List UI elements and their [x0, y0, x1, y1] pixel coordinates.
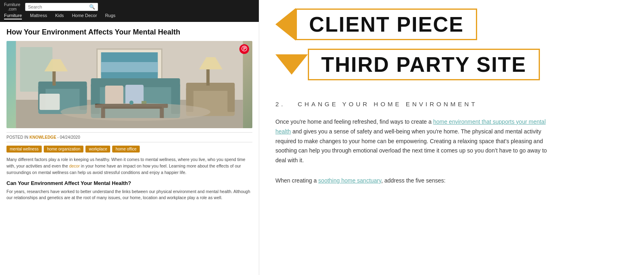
- third-party-label-container: THIRD PARTY SITE: [275, 49, 628, 80]
- soothing-sanctuary-link[interactable]: soothing home sanctuary: [318, 177, 381, 184]
- brand-sub: .com: [4, 7, 20, 11]
- tag-mental-wellness[interactable]: mental wellness: [6, 146, 42, 153]
- client-piece-arrow: [275, 8, 296, 41]
- client-piece-box: CLIENT PIECE: [296, 9, 477, 40]
- article-date: 04/24/2020: [60, 135, 80, 140]
- article-title: How Your Environment Affects Your Mental…: [6, 28, 252, 37]
- nav-rugs[interactable]: Rugs: [105, 13, 115, 19]
- section-heading: 2. CHANGE YOUR HOME ENVIRONMENT: [275, 101, 628, 107]
- tag-workplace[interactable]: workplace: [85, 146, 110, 153]
- decor-link[interactable]: decor: [69, 163, 80, 168]
- search-bar[interactable]: 🔍: [25, 3, 98, 11]
- svg-rect-6: [101, 62, 158, 72]
- svg-point-31: [61, 103, 211, 121]
- search-button[interactable]: 🔍: [89, 4, 95, 10]
- left-panel: Furniture .com 🔍 Furniture Mattress Kids…: [0, 0, 259, 275]
- section-body-1: Once you're home and feeling refreshed, …: [275, 117, 559, 165]
- category-link[interactable]: KNOWLEDGE: [30, 135, 56, 140]
- section-body-2: When creating a soothing home sanctuary,…: [275, 176, 559, 186]
- nav-mattress[interactable]: Mattress: [30, 13, 47, 19]
- right-panel: CLIENT PIECE THIRD PARTY SITE 2. CHANGE …: [259, 0, 644, 275]
- nav-furniture[interactable]: Furniture: [4, 13, 22, 19]
- body2-pre: When creating a: [275, 177, 318, 184]
- nav-home-decor[interactable]: Home Decor: [72, 13, 97, 19]
- nav-kids[interactable]: Kids: [55, 13, 64, 19]
- svg-rect-22: [228, 88, 235, 112]
- svg-rect-12: [40, 94, 60, 110]
- navbar: Furniture .com 🔍 Furniture Mattress Kids…: [0, 0, 259, 22]
- article-subheading: Can Your Environment Affect Your Mental …: [6, 180, 252, 186]
- body1-pre: Once you're home and feeling refreshed, …: [275, 118, 433, 125]
- brand-logo: Furniture .com: [4, 2, 20, 11]
- article-content: How Your Environment Affects Your Mental…: [0, 22, 259, 207]
- article-image-wrap: Ⓟ: [6, 41, 252, 128]
- article-body-1: Many different factors play a role in ke…: [6, 157, 252, 176]
- svg-rect-27: [53, 71, 56, 86]
- client-piece-text: CLIENT PIECE: [309, 13, 464, 36]
- third-party-text: THIRD PARTY SITE: [321, 53, 527, 76]
- tag-home-organization[interactable]: home organization: [44, 146, 83, 153]
- article-image: [6, 41, 252, 128]
- tags-container: mental wellness home organization workpl…: [6, 146, 252, 153]
- third-party-arrow: [275, 54, 308, 75]
- svg-rect-33: [142, 101, 147, 104]
- section-number: 2.: [275, 101, 286, 107]
- svg-point-32: [130, 101, 134, 105]
- posted-in-line: POSTED IN KNOWLEDGE - 04/24/2020: [6, 132, 252, 142]
- tag-home-office[interactable]: home office: [112, 146, 140, 153]
- search-input[interactable]: [28, 4, 87, 9]
- posted-label: POSTED IN: [6, 135, 28, 140]
- body2-post: , address the five senses:: [381, 177, 446, 184]
- svg-rect-7: [101, 72, 158, 75]
- brand-name: Furniture: [4, 2, 20, 7]
- article-body-2: For years, researchers have worked to be…: [6, 189, 252, 202]
- svg-rect-18: [126, 85, 144, 106]
- third-party-box: THIRD PARTY SITE: [308, 49, 540, 80]
- navbar-nav: Furniture Mattress Kids Home Decor Rugs: [4, 13, 255, 19]
- svg-rect-29: [207, 69, 210, 86]
- section-heading-text: CHANGE YOUR HOME ENVIRONMENT: [298, 101, 478, 107]
- client-piece-label-container: CLIENT PIECE: [275, 8, 628, 41]
- body1-post: and gives you a sense of safety and well…: [275, 128, 547, 163]
- svg-rect-17: [105, 86, 124, 106]
